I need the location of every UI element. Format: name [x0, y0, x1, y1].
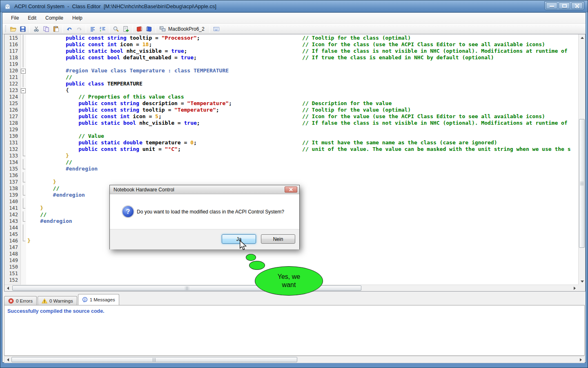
app-icon	[4, 3, 11, 10]
line-number: 120	[4, 67, 20, 74]
fold-margin	[20, 159, 26, 166]
menu-item-file[interactable]: File	[7, 13, 23, 22]
info-icon	[82, 297, 88, 303]
toolbar-separator	[209, 25, 210, 33]
toolbar: 2+MacBookPro6_2	[2, 23, 586, 34]
titlebar[interactable]: ACPI Control System - Class Editor [M:\N…	[0, 0, 588, 12]
scroll-down-arrow[interactable]	[579, 278, 586, 285]
code-editor[interactable]: 115 public const string tooltip = "Proce…	[4, 34, 586, 292]
code-text: //	[26, 185, 578, 192]
toolbar-separator	[156, 25, 156, 33]
vertical-scrollbar[interactable]	[578, 34, 585, 285]
fold-margin	[20, 100, 26, 107]
help-blue-button[interactable]	[144, 25, 154, 34]
undo-icon	[66, 26, 73, 32]
menu-item-help[interactable]: Help	[68, 13, 87, 22]
scroll-right-arrow[interactable]	[571, 285, 578, 291]
code-text: #region Value class Temperature : class …	[26, 67, 578, 74]
code-text: #endregion	[26, 218, 578, 224]
fold-collapse-icon[interactable]	[20, 67, 26, 74]
line-number: 116	[4, 41, 20, 48]
code-line: 115 public const string tooltip = "Proce…	[4, 35, 578, 41]
minimize-button[interactable]	[546, 2, 557, 9]
tab-0-warnings[interactable]: 0 Warnings	[38, 296, 77, 305]
paste-button[interactable]	[51, 25, 61, 34]
bottom-scroll-thumb[interactable]	[11, 357, 297, 362]
no-button[interactable]: Nein	[261, 234, 295, 244]
save-button[interactable]	[18, 25, 28, 34]
thought-bubble-dot-large	[249, 261, 265, 270]
fold-margin	[20, 74, 26, 81]
toolbar-separator	[29, 25, 30, 33]
thought-bubble-dot-small	[246, 254, 256, 261]
cut-button[interactable]	[31, 25, 41, 34]
code-line: 136	[4, 172, 578, 179]
dialog-titlebar[interactable]: Notebook Hardware Control	[110, 185, 299, 194]
fold-margin	[20, 48, 26, 54]
fold-margin	[20, 120, 26, 126]
code-line: 133 }	[4, 153, 578, 159]
tab-0-errors[interactable]: 0 Errors	[4, 296, 37, 305]
outline-button[interactable]	[88, 25, 98, 34]
thought-bubble: Yes, we want	[255, 266, 323, 296]
line-number: 131	[4, 139, 20, 146]
menubar: FileEditCompileHelp	[2, 13, 586, 23]
fold-margin	[20, 107, 26, 113]
fold-margin	[20, 153, 26, 159]
redo-button[interactable]	[74, 25, 84, 34]
search-button[interactable]	[111, 25, 121, 34]
undo-button[interactable]	[65, 25, 74, 34]
menu-item-edit[interactable]: Edit	[23, 13, 41, 22]
menu-item-compile[interactable]: Compile	[41, 13, 68, 22]
scroll-up-arrow[interactable]	[579, 34, 586, 41]
vertical-scroll-thumb[interactable]	[579, 119, 585, 248]
scroll-right-arrow[interactable]	[577, 357, 584, 363]
right-arrow-icon	[574, 287, 576, 290]
line-number: 142	[4, 211, 20, 218]
mouse-cursor	[238, 240, 248, 252]
dialog-close-button[interactable]	[285, 186, 297, 193]
help-red-button[interactable]	[134, 25, 144, 34]
fold-margin	[20, 94, 26, 100]
line-number: 138	[4, 185, 20, 192]
code-text	[26, 61, 578, 67]
redo-icon	[76, 26, 82, 32]
acpi-keys-button[interactable]	[212, 25, 221, 34]
code-line: 124 // Properties of this value class	[4, 94, 578, 100]
code-text	[26, 198, 578, 205]
fold-margin	[20, 238, 26, 244]
copy-button[interactable]	[41, 25, 51, 34]
line-number: 151	[4, 270, 20, 277]
scroll-left-arrow[interactable]	[4, 285, 11, 291]
open-button[interactable]	[8, 25, 18, 34]
line-number: 132	[4, 146, 20, 153]
confirm-dialog: Notebook Hardware Control ? Do you want …	[109, 185, 300, 249]
fold-collapse-icon[interactable]	[20, 87, 26, 94]
line-number: 121	[4, 74, 20, 81]
open-folder-icon	[10, 26, 16, 32]
maximize-button[interactable]	[559, 2, 570, 9]
code-line: 119	[4, 61, 578, 67]
window-title: ACPI Control System - Class Editor [M:\N…	[14, 3, 216, 9]
fold-margin	[20, 179, 26, 185]
close-button[interactable]	[571, 2, 583, 9]
tab-1-messages[interactable]: 1 Messages	[78, 294, 119, 305]
warning-icon	[42, 298, 47, 304]
code-line: 122 public class TEMPERATURE	[4, 81, 578, 87]
scroll-left-arrow[interactable]	[4, 357, 11, 363]
code-line: 137 }	[4, 179, 578, 185]
fold-margin	[20, 277, 26, 283]
machine-button[interactable]: +	[158, 25, 167, 34]
line-numbers-icon: 2	[99, 26, 106, 32]
code-line: 135 #endregion	[4, 166, 578, 172]
dialog-message: Do you want to load the modified class i…	[137, 209, 284, 215]
bottom-scrollbar[interactable]	[4, 356, 585, 363]
code-text: }	[26, 205, 578, 211]
line-number: 122	[4, 81, 20, 87]
trailing-comment: // Tooltip for the class (optimal)	[302, 35, 411, 41]
fold-margin	[20, 218, 26, 224]
thought-bubble-text: Yes, we want	[278, 273, 300, 289]
compile-doc-button[interactable]	[121, 25, 131, 34]
line-numbers-button[interactable]: 2	[98, 25, 107, 34]
code-text: #endregion	[26, 192, 578, 198]
